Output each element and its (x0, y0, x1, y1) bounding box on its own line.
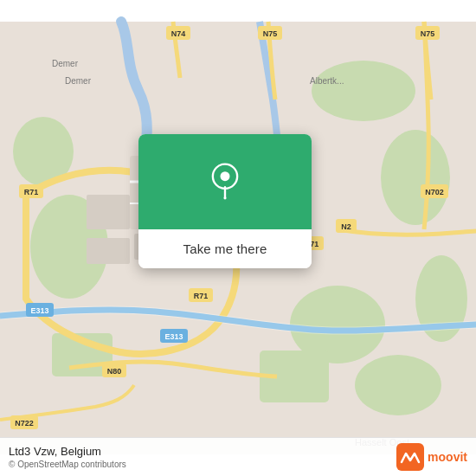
svg-point-53 (223, 196, 226, 199)
svg-text:R71: R71 (24, 188, 39, 196)
moovit-logo-icon (396, 443, 424, 471)
svg-text:N75: N75 (263, 29, 278, 38)
moovit-logo: moovit (396, 443, 467, 471)
map-container: R71 R71 R71 E313 E313 N80 N722 N2 N75 N7… (0, 0, 476, 476)
svg-text:E313: E313 (30, 306, 48, 315)
svg-text:N74: N74 (171, 29, 186, 38)
svg-text:N722: N722 (15, 419, 34, 428)
svg-text:R71: R71 (194, 292, 209, 300)
svg-rect-17 (87, 238, 130, 264)
location-card: Take me there (138, 134, 312, 268)
svg-rect-54 (396, 443, 424, 471)
location-pin-icon (206, 163, 244, 201)
svg-point-2 (381, 130, 450, 225)
svg-text:N80: N80 (107, 367, 122, 376)
svg-point-4 (355, 355, 441, 415)
svg-rect-16 (87, 195, 130, 229)
svg-text:Demer: Demer (65, 76, 92, 86)
svg-point-52 (221, 171, 230, 181)
svg-text:N2: N2 (341, 222, 351, 231)
svg-point-1 (312, 61, 415, 121)
svg-text:N702: N702 (425, 188, 444, 196)
bottom-bar: Ltd3 Vzw, Belgium © OpenStreetMap contri… (0, 437, 476, 476)
svg-text:N75: N75 (421, 29, 435, 38)
take-me-there-button[interactable]: Take me there (138, 229, 312, 268)
svg-text:E313: E313 (164, 332, 183, 341)
location-label: Ltd3 Vzw, Belgium (9, 445, 126, 458)
card-header (138, 134, 312, 229)
svg-text:Demer: Demer (52, 59, 79, 68)
attribution-text: © OpenStreetMap contributors (9, 460, 126, 469)
moovit-brand-text: moovit (428, 450, 467, 464)
svg-text:Albertk...: Albertk... (310, 76, 344, 86)
